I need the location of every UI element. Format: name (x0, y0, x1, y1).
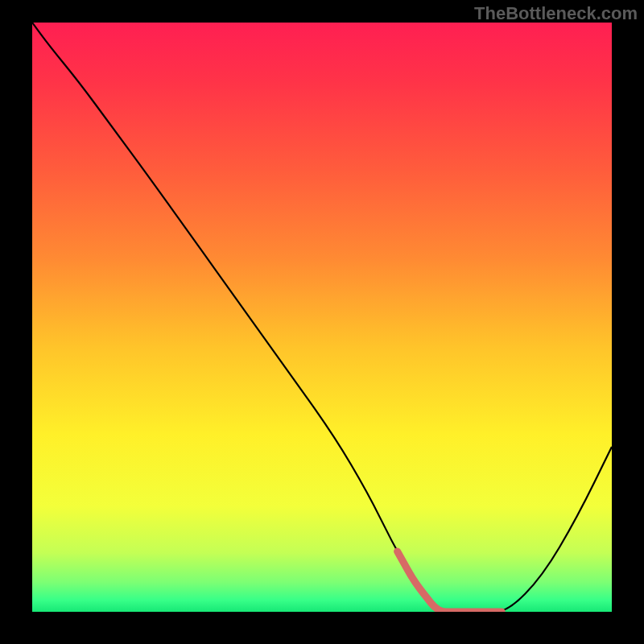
watermark-text: TheBottleneck.com (474, 3, 638, 24)
plot-area (32, 23, 612, 612)
bottleneck-curve (32, 23, 612, 612)
highlight-segment (398, 551, 502, 612)
chart-container: TheBottleneck.com (0, 0, 644, 644)
curve-layer (32, 23, 612, 612)
